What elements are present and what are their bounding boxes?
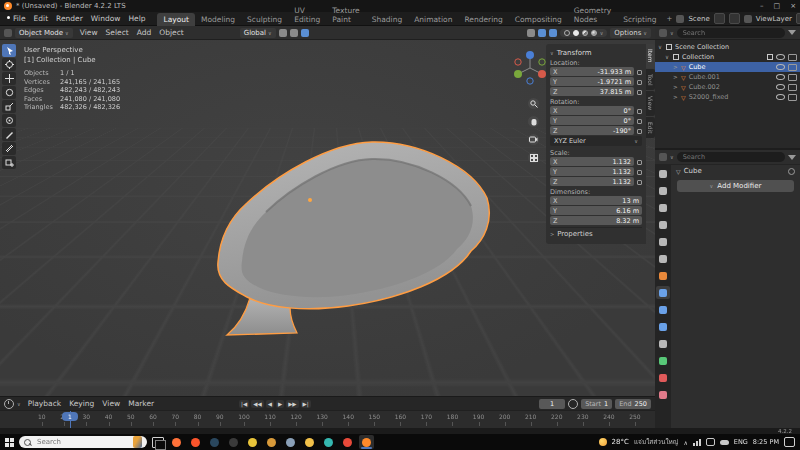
menu-item[interactable]: File [9,14,30,23]
menu-item[interactable]: Window [87,14,125,23]
properties-tab[interactable] [656,235,670,248]
move-tool[interactable] [2,72,16,85]
rotation-mode-dropdown[interactable]: XYZ Euler∨ [550,136,642,146]
pan-hand-icon[interactable] [528,116,539,127]
add-workspace-button[interactable]: + [663,15,677,23]
value-field[interactable]: X1.132 [550,157,634,166]
workspace-tab[interactable]: UV Editing [288,4,326,26]
lock-icon[interactable] [636,159,642,165]
hide-eye-icon[interactable] [776,94,785,100]
menu-item[interactable]: Edit [30,14,53,23]
add-object-tool[interactable] [2,156,16,169]
maximize-button[interactable]: □ [774,2,781,10]
render-camera-icon[interactable] [788,64,797,71]
value-field[interactable]: Y1.132 [550,167,634,176]
workspace-tab[interactable]: Compositing [509,13,568,26]
lock-icon[interactable] [636,169,642,175]
value-field[interactable]: Z1.132 [550,177,634,186]
render-camera-icon[interactable] [788,94,797,101]
viewport-menu-item[interactable]: View [76,28,102,37]
properties-tab[interactable] [656,320,670,333]
taskbar-app-icon[interactable] [302,435,317,449]
properties-search-input[interactable] [677,152,785,162]
taskbar-app-icon[interactable] [245,435,260,449]
workspace-tab[interactable]: Texture Paint [326,4,365,26]
system-clock[interactable]: 8:25 PM [753,438,779,446]
menu-item[interactable]: Help [124,14,149,23]
properties-tab[interactable] [656,269,670,282]
new-scene-button[interactable] [714,13,725,24]
material-preview-icon[interactable] [582,30,588,36]
select-box-tool[interactable] [2,44,16,57]
object-row[interactable]: > ▽ Cube [655,62,800,72]
value-field[interactable]: X-31.933 m [550,67,634,76]
object-row[interactable]: > ▽ S2000_fixed [655,92,800,102]
tray-expand-icon[interactable]: ∧ [683,439,687,446]
properties-tab[interactable] [656,252,670,265]
editor-type-icon[interactable] [4,29,12,37]
start-button[interactable] [5,438,14,447]
object-row[interactable]: > ▽ Cube.001 [655,72,800,82]
render-camera-icon[interactable] [788,74,797,81]
overlays-toggle-icon[interactable] [538,29,546,37]
properties-tab[interactable] [656,303,670,316]
value-field[interactable]: Y6.16 m [550,206,642,215]
cursor-tool[interactable] [2,58,16,71]
properties-tab[interactable] [656,286,670,299]
taskbar-app-icon[interactable] [283,435,298,449]
value-field[interactable]: X0° [550,106,634,115]
value-field[interactable]: Y0° [550,116,634,125]
rotate-tool[interactable] [2,86,16,99]
outliner-search-input[interactable] [677,28,785,38]
taskbar-app-icon[interactable] [321,435,336,449]
notifications-icon[interactable] [784,437,795,447]
collection-row[interactable]: ∨ Collection [655,52,800,62]
proportional-editing-icon[interactable] [301,29,309,37]
scale-tool[interactable] [2,100,16,113]
ortho-toggle-icon[interactable] [528,152,539,163]
render-camera-icon[interactable] [788,54,797,61]
properties-tab[interactable] [656,371,670,384]
taskbar-app-icon[interactable] [264,435,279,449]
workspace-tab[interactable]: Shading [366,13,408,26]
solid-shading-icon[interactable] [573,30,579,36]
transform-panel-header[interactable]: ∨Transform [550,47,642,58]
workspace-tab[interactable]: Layout [157,13,195,26]
properties-subpanel-header[interactable]: >Properties [550,227,642,240]
lock-icon[interactable] [636,118,642,124]
taskbar-app-icon[interactable] [169,435,184,449]
wireframe-shading-icon[interactable] [564,30,570,36]
menu-item[interactable]: Render [52,14,87,23]
network-signal-icon[interactable] [693,439,701,446]
value-field[interactable]: Z8.32 m [550,216,642,225]
xray-toggle-icon[interactable] [549,29,557,37]
value-field[interactable]: Y-1.9721 m [550,77,634,86]
workspace-tab[interactable]: Modeling [195,13,241,26]
disclosure-icon[interactable]: ∨ [658,44,663,50]
properties-tab[interactable] [656,218,670,231]
workspace-tab[interactable]: Sculpting [241,13,288,26]
lock-icon[interactable] [636,79,642,85]
weather-temperature[interactable]: 28°C [612,438,629,446]
transform-tool[interactable] [2,114,16,127]
mode-dropdown[interactable]: Object Mode ∨ [15,28,73,38]
security-shield-icon[interactable] [706,438,715,446]
add-modifier-button[interactable]: ∨ Add Modifier [677,180,794,192]
3d-viewport[interactable]: User Perspective [1] Collection | Cube O… [0,40,655,396]
viewport-menu-item[interactable]: Add [133,28,156,37]
workspace-tab[interactable]: Scripting [617,13,662,26]
timeline-ruler[interactable]: 1020304050607080901001101201301401501601… [0,410,655,428]
new-viewlayer-button[interactable] [796,13,800,24]
properties-tab[interactable] [656,201,670,214]
weather-description[interactable]: แจ่มใสส่วนใหญ่ [634,437,678,447]
viewlayer-selector[interactable]: ViewLayer [756,15,792,23]
filter-icon[interactable] [788,30,796,35]
properties-tab[interactable] [656,184,670,197]
transport-button[interactable]: ▶| [301,400,311,408]
exclude-checkbox[interactable] [767,54,773,60]
workspace-tab[interactable]: Geometry Nodes [568,4,617,26]
n-panel-tab[interactable]: View [646,91,655,115]
task-view-icon[interactable] [152,437,164,448]
playhead-frame-badge[interactable]: 1 [62,412,78,421]
camera-view-icon[interactable] [528,134,539,145]
